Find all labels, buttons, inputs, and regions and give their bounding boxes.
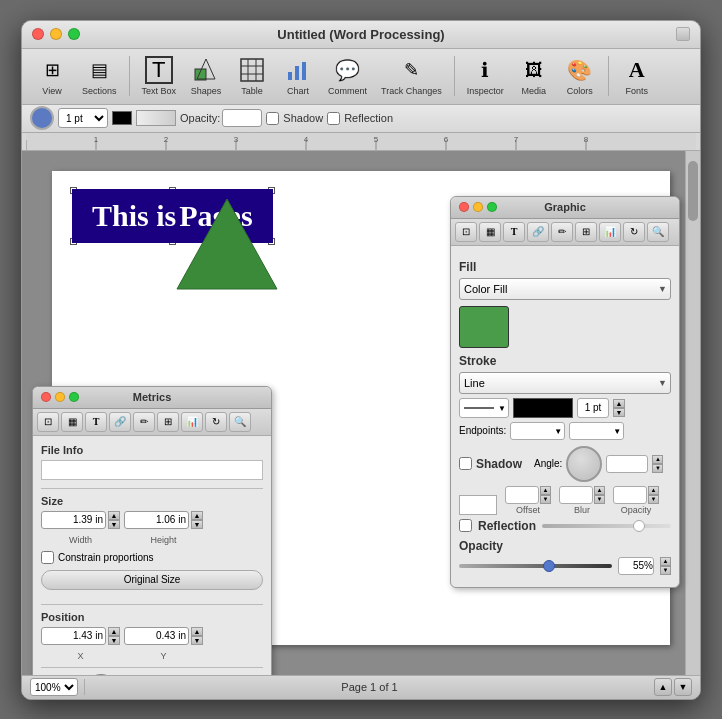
trackchanges-button[interactable]: ✎ Track Changes bbox=[375, 52, 448, 100]
width-down[interactable]: ▼ bbox=[108, 520, 120, 529]
graphic-tool-3[interactable]: T bbox=[503, 222, 525, 242]
metrics-tool-8[interactable]: ↻ bbox=[205, 412, 227, 432]
shadow-offset-input[interactable] bbox=[505, 486, 539, 504]
metrics-close-btn[interactable] bbox=[41, 392, 51, 402]
chart-button[interactable]: Chart bbox=[276, 52, 320, 100]
shadow-blur-up[interactable]: ▲ bbox=[594, 486, 605, 495]
media-button[interactable]: 🖼 Media bbox=[512, 52, 556, 100]
metrics-minimize-btn[interactable] bbox=[55, 392, 65, 402]
stroke-width-input[interactable] bbox=[577, 398, 609, 418]
x-input[interactable] bbox=[41, 627, 106, 645]
metrics-tool-2[interactable]: ▦ bbox=[61, 412, 83, 432]
opacity-value-input[interactable] bbox=[618, 557, 654, 575]
font-size-select[interactable]: 1 pt bbox=[58, 108, 108, 128]
y-input[interactable] bbox=[124, 627, 189, 645]
metrics-tool-1[interactable]: ⊡ bbox=[37, 412, 59, 432]
scroll-up-btn[interactable]: ▲ bbox=[654, 678, 672, 696]
graphic-tool-6[interactable]: ⊞ bbox=[575, 222, 597, 242]
shadow-offset-down[interactable]: ▼ bbox=[540, 495, 551, 504]
x-up[interactable]: ▲ bbox=[108, 627, 120, 636]
vertical-scrollbar[interactable] bbox=[685, 151, 700, 675]
reflection-checkbox[interactable] bbox=[327, 112, 340, 125]
fonts-button[interactable]: A Fonts bbox=[615, 52, 659, 100]
stroke-line-select[interactable]: ▼ bbox=[459, 398, 509, 418]
scrollbar-thumb[interactable] bbox=[688, 161, 698, 221]
metrics-tool-7[interactable]: 📊 bbox=[181, 412, 203, 432]
shadow-blur-down[interactable]: ▼ bbox=[594, 495, 605, 504]
shadow-angle-input[interactable] bbox=[606, 455, 648, 473]
metrics-tool-4[interactable]: 🔗 bbox=[109, 412, 131, 432]
record-button[interactable] bbox=[30, 106, 54, 130]
stroke-type-dropdown[interactable]: Line bbox=[459, 372, 671, 394]
shadow-angle-knob[interactable] bbox=[566, 446, 602, 482]
triangle-shape[interactable] bbox=[172, 194, 282, 294]
height-up[interactable]: ▲ bbox=[191, 511, 203, 520]
y-up[interactable]: ▲ bbox=[191, 627, 203, 636]
table-button[interactable]: Table bbox=[230, 52, 274, 100]
stroke-up[interactable]: ▲ bbox=[613, 399, 625, 408]
original-size-btn[interactable]: Original Size bbox=[41, 570, 263, 590]
metrics-tool-5[interactable]: ✏ bbox=[133, 412, 155, 432]
reflection-panel-checkbox[interactable] bbox=[459, 519, 472, 532]
opacity-input[interactable] bbox=[222, 109, 262, 127]
minimize-button[interactable] bbox=[50, 28, 62, 40]
stroke-color-box[interactable] bbox=[513, 398, 573, 418]
x-down[interactable]: ▼ bbox=[108, 636, 120, 645]
height-input[interactable] bbox=[124, 511, 189, 529]
graphic-tool-4[interactable]: 🔗 bbox=[527, 222, 549, 242]
shadow-checkbox[interactable] bbox=[266, 112, 279, 125]
graphic-tool-9[interactable]: 🔍 bbox=[647, 222, 669, 242]
fill-color-swatch[interactable] bbox=[459, 306, 509, 348]
opacity-slider[interactable] bbox=[459, 564, 612, 568]
graphic-minimize-btn[interactable] bbox=[473, 202, 483, 212]
graphic-tool-8[interactable]: ↻ bbox=[623, 222, 645, 242]
metrics-tool-6[interactable]: ⊞ bbox=[157, 412, 179, 432]
close-button[interactable] bbox=[32, 28, 44, 40]
graphic-tool-7[interactable]: 📊 bbox=[599, 222, 621, 242]
textbox-button[interactable]: T Text Box bbox=[136, 52, 183, 100]
metrics-tool-3[interactable]: T bbox=[85, 412, 107, 432]
comment-button[interactable]: 💬 Comment bbox=[322, 52, 373, 100]
maximize-button[interactable] bbox=[68, 28, 80, 40]
file-info-field[interactable] bbox=[41, 460, 263, 480]
shapes-button[interactable]: Shapes bbox=[184, 52, 228, 100]
endpoint-start-select[interactable]: ▼ bbox=[510, 422, 565, 440]
shadow-opacity-down[interactable]: ▼ bbox=[648, 495, 659, 504]
endpoint-end-select[interactable]: ▼ bbox=[569, 422, 624, 440]
metrics-zoom-btn[interactable] bbox=[69, 392, 79, 402]
view-button[interactable]: ⊞ View bbox=[30, 52, 74, 100]
resize-button[interactable] bbox=[676, 27, 690, 41]
zoom-select[interactable]: 100% bbox=[30, 678, 78, 696]
sections-button[interactable]: ▤ Sections bbox=[76, 52, 123, 100]
graphic-tool-2[interactable]: ▦ bbox=[479, 222, 501, 242]
shadow-offset-up[interactable]: ▲ bbox=[540, 486, 551, 495]
shadow-opacity-input[interactable] bbox=[613, 486, 647, 504]
shadow-blur-input[interactable] bbox=[559, 486, 593, 504]
shadow-angle-up[interactable]: ▲ bbox=[652, 455, 663, 464]
graphic-tool-1[interactable]: ⊡ bbox=[455, 222, 477, 242]
graphic-zoom-btn[interactable] bbox=[487, 202, 497, 212]
height-down[interactable]: ▼ bbox=[191, 520, 203, 529]
angle-dial[interactable] bbox=[85, 674, 117, 675]
opacity-down[interactable]: ▼ bbox=[660, 566, 671, 575]
shadow-opacity-up[interactable]: ▲ bbox=[648, 486, 659, 495]
reflection-slider[interactable] bbox=[542, 524, 671, 528]
width-up[interactable]: ▲ bbox=[108, 511, 120, 520]
constrain-checkbox[interactable] bbox=[41, 551, 54, 564]
inspector-button[interactable]: ℹ Inspector bbox=[461, 52, 510, 100]
y-down[interactable]: ▼ bbox=[191, 636, 203, 645]
colors-button[interactable]: 🎨 Colors bbox=[558, 52, 602, 100]
width-input[interactable] bbox=[41, 511, 106, 529]
stroke-down[interactable]: ▼ bbox=[613, 408, 625, 417]
shadow-angle-down[interactable]: ▼ bbox=[652, 464, 663, 473]
metrics-tool-9[interactable]: 🔍 bbox=[229, 412, 251, 432]
shadow-panel-checkbox[interactable] bbox=[459, 457, 472, 470]
fill-color-bar[interactable] bbox=[136, 110, 176, 126]
fill-type-dropdown[interactable]: Color Fill bbox=[459, 278, 671, 300]
stroke-color-swatch[interactable] bbox=[112, 111, 132, 125]
shadow-color-swatch[interactable] bbox=[459, 495, 497, 515]
scroll-down-btn[interactable]: ▼ bbox=[674, 678, 692, 696]
graphic-tool-5[interactable]: ✏ bbox=[551, 222, 573, 242]
graphic-close-btn[interactable] bbox=[459, 202, 469, 212]
opacity-up[interactable]: ▲ bbox=[660, 557, 671, 566]
